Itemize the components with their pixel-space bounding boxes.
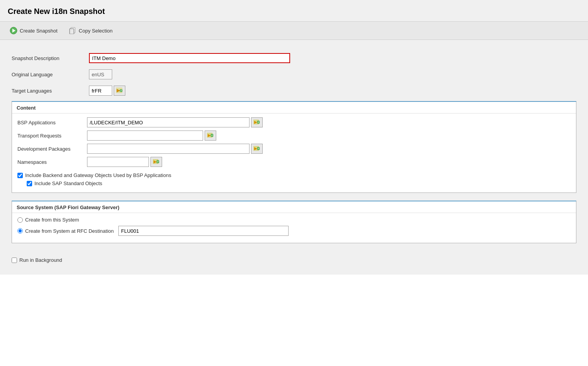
page-container: Create New i18n Snapshot Create Snapshot… [0, 0, 588, 366]
transport-browse-arrow-icon [207, 132, 214, 139]
original-language-label: Original Language [12, 72, 89, 77]
namespaces-input[interactable] [87, 157, 149, 167]
bsp-applications-input[interactable] [87, 117, 250, 127]
original-language-input [89, 69, 112, 79]
transport-requests-input[interactable] [87, 131, 203, 141]
include-sap-label: Include SAP Standard Objects [34, 180, 102, 186]
content-section: Content BSP Applications [12, 101, 576, 193]
run-in-background-label: Run in Background [19, 257, 62, 263]
create-from-this-label: Create from this System [25, 217, 79, 223]
rfc-destination-input[interactable] [118, 226, 289, 236]
create-from-this-radio[interactable] [17, 217, 23, 223]
include-backend-row: Include Backend and Gateway Objects Used… [17, 172, 571, 178]
target-languages-input[interactable] [89, 86, 112, 96]
main-content: Snapshot Description Original Language T… [0, 40, 588, 275]
bsp-browse-arrow-icon [253, 119, 260, 125]
snapshot-description-label: Snapshot Description [12, 55, 89, 61]
create-from-rfc-label: Create from System at RFC Destination [25, 228, 114, 234]
snapshot-description-input[interactable] [89, 53, 290, 63]
namespaces-browse-button[interactable] [150, 157, 162, 167]
target-languages-label: Target Languages [12, 88, 89, 94]
transport-requests-row: Transport Requests [17, 131, 571, 141]
namespaces-label: Namespaces [17, 159, 87, 165]
page-title: Create New i18n Snapshot [0, 0, 588, 22]
development-packages-row: Development Packages [17, 144, 571, 154]
namespaces-row: Namespaces [17, 157, 571, 167]
include-sap-checkbox[interactable] [27, 181, 32, 186]
create-from-rfc-radio[interactable] [17, 228, 23, 234]
source-system-body: Create from this System Create from Syst… [12, 213, 576, 243]
content-section-body: BSP Applications Transport Requests [12, 113, 576, 192]
bsp-applications-row: BSP Applications [17, 117, 571, 127]
transport-requests-label: Transport Requests [17, 133, 87, 139]
development-packages-label: Development Packages [17, 146, 87, 152]
bsp-applications-browse-button[interactable] [251, 117, 263, 127]
create-snapshot-button[interactable]: Create Snapshot [8, 26, 59, 36]
bsp-applications-label: BSP Applications [17, 120, 87, 125]
create-from-this-row: Create from this System [17, 217, 571, 223]
source-system-section: Source System (SAP Fiori Gateway Server)… [12, 201, 576, 243]
create-snapshot-icon [9, 26, 18, 35]
dev-browse-arrow-icon [253, 146, 260, 152]
source-system-title: Source System (SAP Fiori Gateway Server) [12, 201, 576, 213]
ns-browse-arrow-icon [153, 159, 160, 165]
content-section-title: Content [12, 102, 576, 113]
target-languages-row: Target Languages [12, 84, 576, 97]
copy-selection-button[interactable]: Copy Selection [67, 26, 114, 36]
original-language-row: Original Language [12, 68, 576, 81]
development-packages-input[interactable] [87, 144, 250, 154]
snapshot-description-row: Snapshot Description [12, 52, 576, 65]
run-in-background-row: Run in Background [12, 257, 576, 263]
include-backend-label: Include Backend and Gateway Objects Used… [25, 172, 171, 178]
create-from-rfc-row: Create from System at RFC Destination [17, 226, 571, 236]
copy-selection-icon [68, 26, 77, 35]
include-sap-row: Include SAP Standard Objects [27, 180, 571, 186]
bottom-section: Run in Background [12, 251, 576, 267]
svg-rect-3 [70, 29, 74, 34]
target-languages-browse-button[interactable] [114, 86, 125, 96]
browse-arrow-icon [116, 88, 123, 94]
basic-fields: Snapshot Description Original Language T… [12, 52, 576, 97]
development-packages-browse-button[interactable] [251, 144, 263, 154]
run-in-background-checkbox[interactable] [12, 258, 17, 263]
transport-requests-browse-button[interactable] [205, 131, 216, 141]
include-backend-checkbox[interactable] [17, 173, 23, 178]
toolbar: Create Snapshot Copy Selection [0, 22, 588, 40]
